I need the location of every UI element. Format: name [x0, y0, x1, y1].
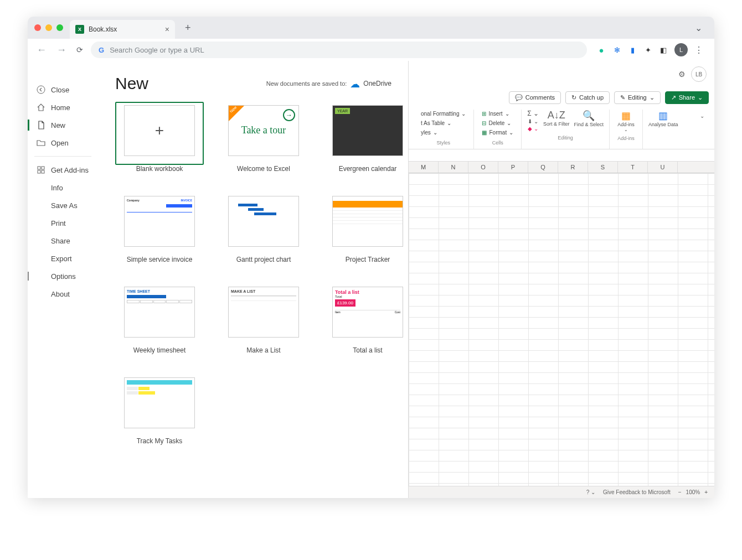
nav-print[interactable]: Print: [28, 214, 98, 232]
browser-toolbar: ← → ⟳ G Search Google or type a URL ● ✻ …: [28, 39, 714, 61]
settings-icon[interactable]: ⚙: [678, 70, 686, 79]
share-label: Share: [679, 94, 695, 101]
window-maximize-button[interactable]: [56, 24, 63, 31]
browser-tab[interactable]: X Book.xlsx ×: [70, 20, 175, 39]
editing-mode-button[interactable]: ✎ Editing ⌄: [614, 91, 661, 104]
template-blank-workbook[interactable]: + Blank workbook: [115, 102, 204, 173]
chevron-down-icon: ⌄: [650, 94, 655, 101]
nav-get-addins[interactable]: Get Add-ins: [28, 161, 98, 179]
save-notice-text: New documents are saved to:: [266, 80, 347, 87]
template-timesheet[interactable]: TIME SHEET Weekly timesheet: [115, 283, 204, 354]
ribbon-analyse-group: ▥ Analyse Data: [643, 110, 684, 149]
cell-styles-button[interactable]: yles ⌄: [419, 128, 440, 137]
help-dropdown[interactable]: ? ⌄: [586, 489, 595, 495]
address-bar[interactable]: G Search Google or type a URL: [91, 42, 587, 58]
chevron-down-icon: ⌄: [509, 129, 513, 136]
analyse-data-button[interactable]: ▥ Analyse Data: [648, 110, 678, 127]
reload-button[interactable]: ⟳: [74, 43, 85, 56]
nav-open[interactable]: Open: [28, 134, 98, 152]
autosum-icon[interactable]: Σ ⌄: [527, 110, 539, 117]
comments-button[interactable]: 💬 Comments: [509, 91, 561, 104]
forward-button[interactable]: →: [54, 42, 69, 58]
format-button[interactable]: ▦ Format ⌄: [480, 128, 516, 137]
arrow-left-icon: [37, 85, 45, 94]
column-header[interactable]: U: [648, 162, 678, 173]
nav-home[interactable]: Home: [28, 98, 98, 116]
window-minimize-button[interactable]: [45, 24, 52, 31]
delete-icon: ⊟: [482, 120, 486, 126]
chevron-down-icon: ⌄: [433, 129, 437, 136]
back-button[interactable]: ←: [34, 42, 49, 58]
template-gantt[interactable]: Gantt project chart: [219, 193, 308, 263]
template-evergreen-calendar[interactable]: YEAR Evergreen calendar: [323, 102, 409, 173]
analyse-icon: ▥: [648, 110, 678, 122]
nav-export[interactable]: Export: [28, 250, 98, 267]
window-close-button[interactable]: [34, 24, 41, 31]
ribbon: onal Formatting ⌄ t As Table ⌄ yles ⌄ St…: [409, 107, 714, 149]
template-project-tracker[interactable]: Project Tracker: [323, 193, 409, 263]
nav-about[interactable]: About: [28, 285, 98, 303]
page-title-row: New New documents are saved to: OneDrive: [115, 74, 391, 93]
template-invoice[interactable]: CompanyINVOICE Simple service invoice: [115, 193, 204, 263]
conditional-formatting-button[interactable]: onal Formatting ⌄: [419, 110, 468, 118]
template-label: Welcome to Excel: [219, 165, 308, 173]
sidepanel-icon[interactable]: ◧: [659, 45, 668, 54]
user-avatar[interactable]: LB: [691, 66, 707, 82]
template-track-tasks[interactable]: Track My Tasks: [115, 374, 204, 445]
column-header[interactable]: Q: [528, 162, 558, 173]
find-select-button[interactable]: 🔍 Find & Select: [574, 110, 604, 132]
column-header[interactable]: N: [439, 162, 468, 173]
nav-label: Home: [51, 103, 70, 112]
sort-filter-button[interactable]: A↓Z Sort & Filter: [543, 110, 570, 132]
spreadsheet-grid[interactable]: [409, 173, 714, 486]
addins-button[interactable]: ▦ Add-ins ⌄: [617, 110, 635, 132]
onedrive-label[interactable]: OneDrive: [363, 80, 391, 87]
calendar-year-label: YEAR: [335, 108, 350, 114]
grammarly-extension-icon[interactable]: ●: [597, 45, 606, 54]
extension-icon[interactable]: ✻: [612, 45, 621, 54]
fill-icon[interactable]: ⬇ ⌄: [528, 118, 538, 125]
column-header[interactable]: M: [409, 162, 439, 173]
column-header[interactable]: O: [468, 162, 498, 173]
pencil-icon: ✎: [620, 94, 625, 101]
addins-icon: ▦: [617, 110, 635, 122]
share-button[interactable]: ↗ Share ⌄: [665, 91, 709, 104]
nav-label: Export: [51, 255, 72, 263]
new-tab-button[interactable]: +: [181, 20, 195, 36]
ribbon-collapse-button[interactable]: ⌄: [694, 110, 710, 149]
clear-icon[interactable]: ◆ ⌄: [528, 126, 538, 132]
tab-dropdown-button[interactable]: ⌄: [689, 20, 708, 35]
profile-avatar[interactable]: L: [674, 43, 688, 56]
zoom-out-button[interactable]: −: [678, 489, 682, 495]
ribbon-addins-group: ▦ Add-ins ⌄ Add-ins: [610, 110, 643, 149]
catchup-button[interactable]: ↻ Catch up: [565, 91, 610, 104]
column-header[interactable]: P: [498, 162, 528, 173]
insert-button[interactable]: ⊞ Insert ⌄: [480, 110, 511, 118]
feedback-link[interactable]: Give Feedback to Microsoft: [603, 489, 671, 495]
browser-menu-button[interactable]: ⋮: [694, 45, 703, 55]
nav-new[interactable]: New: [28, 116, 98, 134]
nav-info[interactable]: Info: [28, 179, 98, 196]
docs-extension-icon[interactable]: ▮: [628, 45, 637, 54]
template-make-list[interactable]: MAKE A LIST Make a List: [219, 283, 308, 354]
format-as-table-button[interactable]: t As Table ⌄: [419, 119, 454, 127]
column-header[interactable]: R: [558, 162, 588, 173]
nav-share[interactable]: Share: [28, 232, 98, 250]
nav-close[interactable]: Close: [28, 81, 98, 98]
template-welcome-excel[interactable]: → Take a tour Welcome to Excel: [219, 102, 308, 173]
browser-titlebar: X Book.xlsx × + ⌄: [28, 17, 714, 39]
ribbon-actions: 💬 Comments ↻ Catch up ✎ Editing ⌄ ↗ Shar…: [409, 87, 714, 107]
comment-icon: 💬: [515, 94, 523, 101]
template-total-list[interactable]: Total a list Total £139.00 ItemCost Tota…: [323, 283, 409, 354]
nav-save-as[interactable]: Save As: [28, 196, 98, 214]
column-header[interactable]: S: [588, 162, 618, 173]
extensions-menu-icon[interactable]: ✦: [643, 45, 652, 54]
column-header[interactable]: T: [618, 162, 648, 173]
delete-button[interactable]: ⊟ Delete ⌄: [480, 119, 513, 127]
template-label: Make a List: [219, 346, 308, 354]
ribbon-styles-group: onal Formatting ⌄ t As Table ⌄ yles ⌄ St…: [413, 110, 474, 149]
tab-close-button[interactable]: ×: [165, 25, 169, 34]
nav-options[interactable]: Options: [28, 267, 98, 285]
file-icon: [37, 121, 45, 129]
zoom-in-button[interactable]: +: [704, 489, 708, 495]
